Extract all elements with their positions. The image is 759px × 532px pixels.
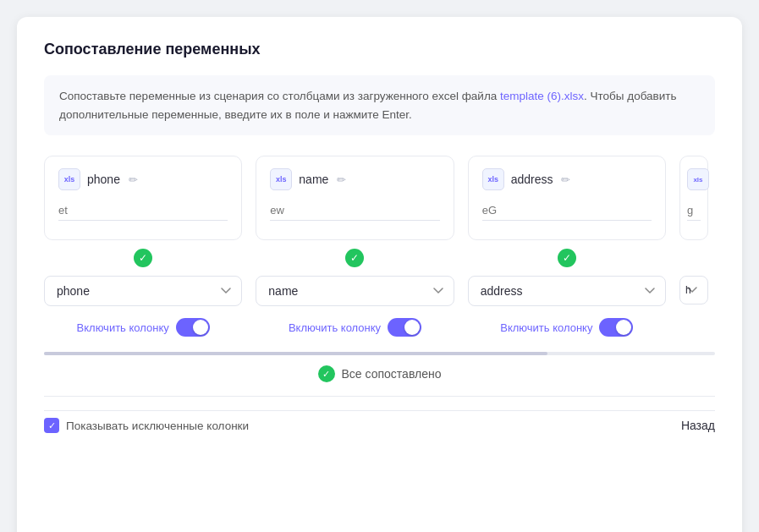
- toggle-address-label: Включить колонку: [500, 321, 592, 334]
- column-name-card: xls name ✏: [256, 156, 454, 240]
- footer-divider: [44, 396, 715, 397]
- toggle-extra-cell: [673, 318, 715, 337]
- check-phone-cell: ✓: [44, 249, 249, 267]
- xls-icon-extra: xls: [687, 168, 709, 190]
- check-extra-cell: [673, 249, 715, 267]
- toggle-address-switch[interactable]: [599, 318, 633, 337]
- scrollbar-thumb: [44, 352, 547, 355]
- footer-row: ✓ Показывать исключенные колонки Назад: [44, 410, 715, 433]
- check-address-cell: ✓: [461, 249, 673, 267]
- check-name-icon: ✓: [345, 249, 364, 267]
- column-extra-card: xls: [679, 156, 708, 240]
- page-title: Сопоставление переменных: [44, 41, 715, 58]
- columns-cards-row: xls phone ✏ xls name ✏ xls a: [44, 156, 715, 240]
- check-marks-row: ✓ ✓ ✓: [44, 249, 715, 267]
- check-phone-icon: ✓: [134, 249, 152, 267]
- dropdown-extra-select[interactable]: h: [679, 276, 708, 304]
- xls-icon-address: xls: [482, 168, 504, 190]
- dropdown-name-cell: name phone address: [249, 276, 460, 306]
- toggle-name-switch[interactable]: [388, 318, 421, 337]
- toggle-phone-label: Включить колонку: [77, 321, 169, 334]
- column-address-card: xls address ✏: [468, 156, 666, 240]
- template-link[interactable]: template (6).xlsx: [500, 90, 584, 102]
- all-mapped-row: ✓ Все сопоставлено: [44, 365, 715, 382]
- dropdowns-row: phone name address name phone address ad…: [44, 276, 715, 306]
- edit-phone-icon[interactable]: ✏: [129, 173, 138, 186]
- all-mapped-icon: ✓: [318, 365, 335, 382]
- show-excluded-label: Показывать исключенные колонки: [66, 420, 249, 432]
- toggle-name-label: Включить колонку: [289, 321, 381, 334]
- toggle-phone-switch[interactable]: [176, 318, 210, 337]
- card-address-input[interactable]: [482, 200, 652, 221]
- back-button[interactable]: Назад: [681, 419, 715, 432]
- card-name-label: name: [299, 173, 328, 186]
- check-name-cell: ✓: [249, 249, 460, 267]
- show-excluded-container[interactable]: ✓ Показывать исключенные колонки: [44, 418, 249, 433]
- horizontal-scrollbar[interactable]: [44, 352, 715, 355]
- show-excluded-checkbox[interactable]: ✓: [44, 418, 59, 433]
- card-phone-header: xls phone ✏: [58, 168, 228, 190]
- info-box: Сопоставьте переменные из сценария со ст…: [44, 75, 715, 135]
- dropdown-phone-select[interactable]: phone name address: [44, 276, 242, 306]
- toggle-name-cell: Включить колонку: [249, 318, 460, 337]
- column-extra-card-wrapper: xls: [673, 156, 715, 240]
- dropdown-address-cell: address phone name: [461, 276, 673, 306]
- card-phone-input[interactable]: [58, 200, 228, 221]
- edit-name-icon[interactable]: ✏: [337, 173, 346, 186]
- column-phone-card: xls phone ✏: [44, 156, 242, 240]
- xls-icon-name: xls: [270, 168, 292, 190]
- check-address-icon: ✓: [558, 249, 576, 267]
- card-address-label: address: [511, 173, 553, 186]
- dropdown-name-select[interactable]: name phone address: [256, 276, 454, 306]
- main-container: Сопоставление переменных Сопоставьте пер…: [17, 17, 742, 532]
- edit-address-icon[interactable]: ✏: [561, 173, 570, 186]
- card-extra-input[interactable]: [687, 200, 701, 221]
- toggle-phone-cell: Включить колонку: [44, 318, 249, 337]
- column-address-card-wrapper: xls address ✏: [461, 156, 673, 240]
- dropdown-phone-cell: phone name address: [44, 276, 249, 306]
- card-name-header: xls name ✏: [270, 168, 439, 190]
- toggles-row: Включить колонку Включить колонку Включи…: [44, 318, 715, 337]
- dropdown-extra-cell: h: [673, 276, 715, 306]
- column-phone-card-wrapper: xls phone ✏: [44, 156, 249, 240]
- card-phone-label: phone: [87, 173, 120, 186]
- column-name-card-wrapper: xls name ✏: [249, 156, 460, 240]
- card-extra-header: xls: [687, 168, 701, 190]
- card-address-header: xls address ✏: [482, 168, 652, 190]
- xls-icon-phone: xls: [58, 168, 80, 190]
- toggle-address-cell: Включить колонку: [461, 318, 673, 337]
- all-mapped-text: Все сопоставлено: [342, 367, 442, 381]
- card-name-input[interactable]: [270, 200, 439, 221]
- dropdown-address-select[interactable]: address phone name: [468, 276, 666, 306]
- info-text-before: Сопоставьте переменные из сценария со ст…: [59, 90, 500, 102]
